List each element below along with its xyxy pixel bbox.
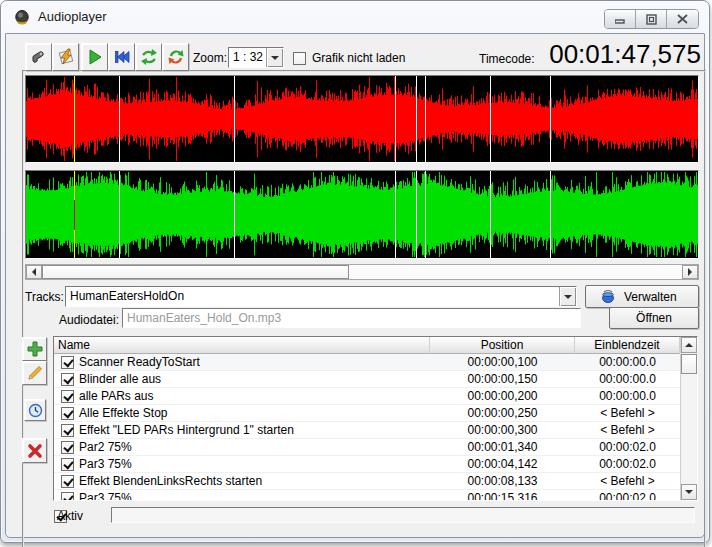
row-checkbox[interactable] [61, 356, 74, 369]
row-einblendzeit: 00:00:00.0 [575, 354, 680, 370]
tracks-select[interactable]: HumanEatersHoldOn [65, 286, 577, 307]
arrow-down-icon [685, 490, 693, 494]
arrow-up-icon [685, 343, 693, 347]
skip-start-icon [113, 49, 131, 65]
timecode-value: 00:01:47,575 [541, 39, 701, 70]
tracks-value: HumanEatersHoldOn [66, 287, 559, 306]
arrow-left-icon [32, 268, 36, 276]
arrow-right-icon [688, 268, 692, 276]
row-checkbox[interactable] [61, 373, 74, 386]
row-checkbox[interactable] [61, 475, 74, 488]
waveform-top[interactable] [25, 75, 699, 163]
add-button[interactable] [22, 337, 47, 361]
chevron-down-icon [564, 295, 572, 299]
row-checkbox[interactable] [61, 407, 74, 420]
maximize-icon [646, 14, 657, 25]
waveform-bottom-canvas[interactable] [26, 171, 698, 258]
row-einblendzeit: < Befehl > [575, 473, 680, 489]
chevron-down-icon [271, 56, 279, 60]
row-einblendzeit: 00:00:02.0 [575, 490, 680, 500]
verwalten-label: Verwalten [624, 290, 677, 304]
table-row[interactable]: alle PARs aus 00:00:00,200 00:00:00.0 [54, 388, 680, 405]
row-name: Par3 75% [79, 491, 132, 500]
speaker-icon [14, 9, 31, 26]
row-einblendzeit: < Befehl > [575, 405, 680, 421]
row-position: 00:00:00,100 [430, 354, 575, 370]
history-button[interactable] [24, 399, 46, 421]
tool-button[interactable] [25, 43, 52, 71]
waveform-bottom[interactable] [25, 170, 699, 259]
row-einblendzeit: 00:00:00.0 [575, 371, 680, 387]
row-checkbox[interactable] [61, 441, 74, 454]
row-name: Par3 75% [79, 457, 132, 471]
zoom-label: Zoom: [193, 51, 227, 65]
maximize-button[interactable] [636, 10, 667, 28]
column-header-name[interactable]: Name [54, 337, 430, 354]
table-row[interactable]: Alle Effekte Stop 00:00:00,250 < Befehl … [54, 405, 680, 422]
table-row[interactable]: Scanner ReadyToStart 00:00:00,100 00:00:… [54, 354, 680, 371]
scroll-down-button[interactable] [681, 484, 697, 500]
oeffnen-button[interactable]: Öffnen [609, 307, 699, 329]
scroll-left-button[interactable] [26, 265, 42, 279]
row-position: 00:00:15,316 [430, 490, 575, 500]
zoom-dropdown-button[interactable] [266, 48, 283, 67]
table-row[interactable]: Par3 75% 00:00:15,316 00:00:02.0 [54, 490, 680, 500]
table-row[interactable]: Effekt "LED PARs Hintergrund 1" starten … [54, 422, 680, 439]
aktiv-label: Aktiv [57, 509, 83, 523]
zoom-value: 1 : 32 [229, 48, 266, 67]
play-button[interactable] [81, 43, 108, 71]
oeffnen-label: Öffnen [636, 311, 672, 325]
grafik-checkbox[interactable] [293, 52, 306, 65]
scroll-up-button[interactable] [681, 337, 697, 353]
row-checkbox[interactable] [61, 424, 74, 437]
table-row[interactable]: Par2 75% 00:00:01,340 00:00:02.0 [54, 439, 680, 456]
edit-button[interactable] [22, 361, 47, 385]
waveform-scrollbar[interactable] [25, 264, 699, 280]
table-row[interactable]: Effekt BlendenLinksRechts starten 00:00:… [54, 473, 680, 490]
playback-progress-bar [111, 507, 695, 523]
skip-start-button[interactable] [108, 43, 135, 71]
minimize-button[interactable] [605, 10, 636, 28]
row-position: 00:00:00,200 [430, 388, 575, 404]
column-header-position[interactable]: Position [430, 337, 575, 354]
swap-arrows-button[interactable] [135, 43, 162, 71]
flash-icon [57, 48, 75, 66]
titlebar[interactable]: Audioplayer [1, 1, 709, 33]
delete-x-icon [27, 443, 43, 459]
table-row[interactable]: Par3 75% 00:00:04,142 00:00:02.0 [54, 456, 680, 473]
scrollbar-thumb[interactable] [42, 265, 349, 279]
row-position: 00:00:00,150 [430, 371, 575, 387]
row-position: 00:00:00,250 [430, 405, 575, 421]
edit-pencil-icon [27, 365, 43, 381]
table-row[interactable]: Blinder alle aus 00:00:00,150 00:00:00.0 [54, 371, 680, 388]
flash-button[interactable] [52, 43, 79, 71]
audioplayer-window: Audioplayer [0, 0, 710, 543]
row-name: alle PARs aus [79, 389, 153, 403]
table-scrollbar[interactable] [680, 337, 697, 500]
close-button[interactable] [667, 10, 698, 28]
close-icon [677, 14, 688, 24]
verwalten-button[interactable]: Verwalten [585, 285, 699, 308]
play-icon [86, 48, 104, 66]
row-checkbox[interactable] [61, 458, 74, 471]
row-name: Par2 75% [79, 440, 132, 454]
waveform-top-canvas[interactable] [26, 76, 698, 162]
grid-body: Scanner ReadyToStart 00:00:00,100 00:00:… [54, 354, 680, 500]
delete-button[interactable] [22, 438, 47, 463]
column-header-einblendzeit[interactable]: Einblendzeit [575, 337, 680, 354]
reload-button[interactable] [162, 43, 189, 71]
row-einblendzeit: 00:00:02.0 [575, 456, 680, 472]
row-position: 00:00:01,340 [430, 439, 575, 455]
minimize-icon [615, 15, 625, 24]
zoom-select[interactable]: 1 : 32 [228, 47, 284, 68]
row-position: 00:00:08,133 [430, 473, 575, 489]
audiodatei-field[interactable]: HumanEaters_Hold_On.mp3 [122, 308, 581, 328]
table-scrollbar-thumb[interactable] [681, 354, 697, 374]
tracks-dropdown-button[interactable] [559, 287, 576, 306]
history-clock-icon [28, 403, 43, 418]
row-checkbox[interactable] [61, 492, 74, 500]
scrollbar-track[interactable] [349, 265, 682, 279]
row-position: 00:00:00,300 [430, 422, 575, 438]
scroll-right-button[interactable] [682, 265, 698, 279]
row-checkbox[interactable] [61, 390, 74, 403]
